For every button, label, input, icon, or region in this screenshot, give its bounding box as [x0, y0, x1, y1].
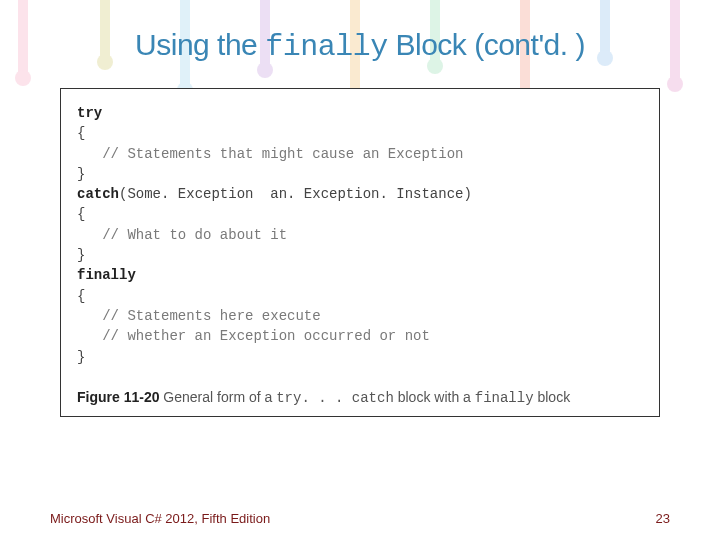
brace: }: [77, 166, 85, 182]
footer-left: Microsoft Visual C# 2012, Fifth Edition: [50, 511, 270, 526]
footer: Microsoft Visual C# 2012, Fifth Edition …: [50, 511, 670, 526]
brace: {: [77, 206, 85, 222]
brace: }: [77, 247, 85, 263]
page-number: 23: [656, 511, 670, 526]
title-pre: Using the: [135, 28, 265, 61]
catch-args: (Some. Exception an. Exception. Instance…: [119, 186, 472, 202]
brace: {: [77, 288, 85, 304]
caption-text: block: [534, 389, 571, 405]
comment: // whether an Exception occurred or not: [77, 328, 430, 344]
figure-caption: Figure 11-20 General form of a try. . . …: [77, 389, 643, 406]
title-code: finally: [265, 30, 388, 64]
figure-box: try { // Statements that might cause an …: [60, 88, 660, 417]
code-block: try { // Statements that might cause an …: [77, 103, 643, 367]
caption-code: finally: [475, 390, 534, 406]
brace: }: [77, 349, 85, 365]
title-post: Block (cont'd. ): [388, 28, 585, 61]
caption-code: try. . . catch: [276, 390, 394, 406]
slide: Using the finally Block (cont'd. ) try {…: [0, 0, 720, 540]
figure-number: Figure 11-20: [77, 389, 159, 405]
caption-text: General form of a: [159, 389, 276, 405]
comment: // Statements here execute: [77, 308, 321, 324]
comment: // Statements that might cause an Except…: [77, 146, 463, 162]
kw-catch: catch: [77, 186, 119, 202]
kw-try: try: [77, 105, 102, 121]
comment: // What to do about it: [77, 227, 287, 243]
brace: {: [77, 125, 85, 141]
slide-title: Using the finally Block (cont'd. ): [50, 28, 670, 64]
caption-text: block with a: [394, 389, 475, 405]
kw-finally: finally: [77, 267, 136, 283]
